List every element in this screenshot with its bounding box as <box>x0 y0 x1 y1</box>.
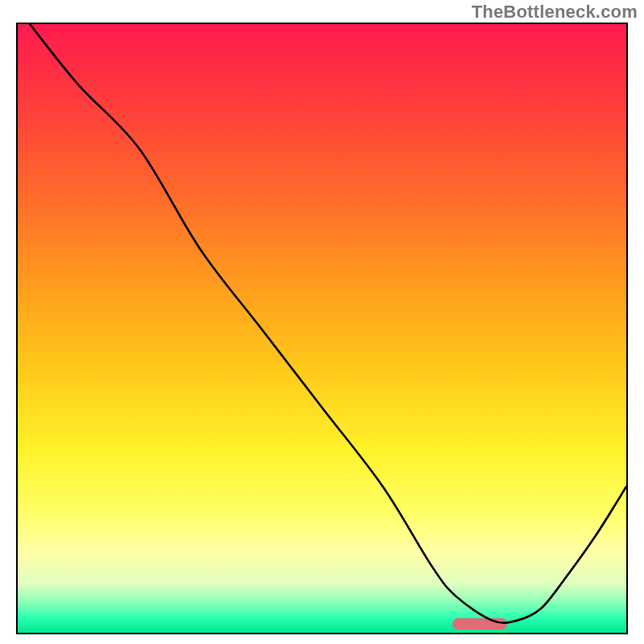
curve-svg <box>18 24 626 633</box>
watermark-label: TheBottleneck.com <box>472 2 638 23</box>
plot-area <box>16 23 628 634</box>
bottleneck-curve <box>30 24 626 623</box>
chart-container: TheBottleneck.com <box>0 0 644 644</box>
